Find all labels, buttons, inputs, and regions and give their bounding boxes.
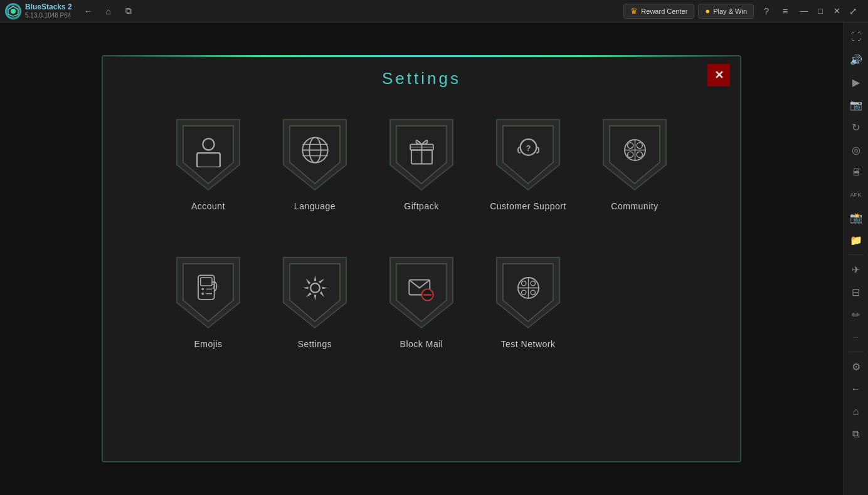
settings-dialog: Settings ✕ Account xyxy=(102,55,741,462)
app-logo xyxy=(5,3,21,19)
sidebar-divider-2 xyxy=(849,352,864,352)
topbar: BlueStacks 2 5.13.0.1048 P64 ← ⌂ ⧉ ♛ Rew… xyxy=(0,0,868,23)
settings-grid: Account Language xyxy=(133,113,710,377)
shield-icon xyxy=(171,251,246,333)
apk-icon[interactable]: APK xyxy=(845,184,867,206)
erase-icon[interactable]: ✏ xyxy=(845,304,867,325)
help-button[interactable]: ? xyxy=(758,3,775,20)
coin-icon: ● xyxy=(705,6,710,16)
airplane-icon[interactable]: ✈ xyxy=(845,259,867,280)
settings-label-block-mail: Block Mail xyxy=(400,339,443,349)
shield-icon xyxy=(277,113,352,195)
shield-wrap-community xyxy=(597,113,672,195)
svg-point-36 xyxy=(521,290,526,294)
dialog-close-button[interactable]: ✕ xyxy=(707,64,730,86)
back-nav-button[interactable]: ← xyxy=(80,3,97,20)
camera-icon[interactable]: 📷 xyxy=(845,94,867,115)
server-icon[interactable]: 🖥 xyxy=(845,162,867,183)
folder-icon[interactable]: 📁 xyxy=(845,229,867,251)
settings-item-giftpack[interactable]: Giftpack xyxy=(371,113,472,239)
svg-point-35 xyxy=(531,290,535,294)
settings-label-customer-support: Customer Support xyxy=(490,201,566,211)
dots-icon[interactable]: ··· xyxy=(845,326,867,348)
svg-rect-23 xyxy=(200,278,211,286)
svg-point-19 xyxy=(637,142,642,148)
screenshot-icon[interactable]: 📸 xyxy=(845,207,867,228)
device-icon[interactable]: ⊟ xyxy=(845,281,867,303)
crown-icon: ♛ xyxy=(630,6,638,16)
shield-wrap-block-mail xyxy=(384,251,459,333)
settings-label-language: Language xyxy=(294,201,336,211)
shield-icon xyxy=(384,113,459,195)
settings-label-settings: Settings xyxy=(298,339,332,349)
shield-wrap-giftpack xyxy=(384,113,459,195)
settings-item-block-mail[interactable]: Block Mail xyxy=(371,251,472,377)
svg-rect-4 xyxy=(197,153,220,167)
play-win-button[interactable]: ● Play & Win xyxy=(698,4,754,19)
svg-text:?: ? xyxy=(526,143,531,153)
settings-item-customer-support[interactable]: ? Customer Support xyxy=(478,113,578,239)
svg-point-33 xyxy=(521,281,526,285)
shield-wrap-language xyxy=(277,113,352,195)
shield-wrap-emojis xyxy=(171,251,246,333)
shield-icon xyxy=(171,113,246,195)
maximize-button[interactable]: □ xyxy=(813,4,828,19)
reward-center-button[interactable]: ♛ Reward Center xyxy=(623,4,694,19)
menu-button[interactable]: ≡ xyxy=(776,3,794,20)
sidebar-divider-1 xyxy=(849,254,864,255)
svg-point-21 xyxy=(637,152,642,157)
back-icon[interactable]: ← xyxy=(845,378,867,400)
svg-point-25 xyxy=(201,292,204,294)
shield-icon xyxy=(384,251,459,333)
svg-point-18 xyxy=(627,142,633,148)
tabs-nav-button[interactable]: ⧉ xyxy=(120,3,137,20)
fullscreen-icon[interactable]: ⛶ xyxy=(845,26,867,48)
shield-icon xyxy=(277,251,352,333)
svg-point-2 xyxy=(11,9,16,14)
volume-icon[interactable]: 🔊 xyxy=(845,49,867,70)
right-sidebar: ⛶🔊▶📷↻◎🖥APK📸📁✈⊟✏···⚙←⌂⧉ xyxy=(843,23,868,495)
svg-point-34 xyxy=(531,281,535,285)
settings-item-account[interactable]: Account xyxy=(158,113,258,239)
settings-item-emojis[interactable]: Emojis xyxy=(158,251,258,377)
refresh-icon[interactable]: ↻ xyxy=(845,117,867,138)
settings-label-giftpack: Giftpack xyxy=(404,201,438,211)
copy-icon[interactable]: ⧉ xyxy=(845,424,867,445)
expand-button[interactable]: ⤢ xyxy=(844,3,862,20)
close-x-icon: ✕ xyxy=(714,68,724,82)
home2-icon[interactable]: ⌂ xyxy=(845,401,867,422)
shield-wrap-settings xyxy=(277,251,352,333)
shield-icon xyxy=(490,251,566,333)
main-content: Settings ✕ Account xyxy=(0,23,843,495)
settings-item-community[interactable]: Community xyxy=(585,113,685,239)
settings-item-test-network[interactable]: Test Network xyxy=(478,251,578,377)
settings-item-language[interactable]: Language xyxy=(265,113,365,239)
shield-icon: ? xyxy=(490,113,566,195)
svg-point-28 xyxy=(310,283,320,293)
shield-wrap-customer-support: ? xyxy=(490,113,566,195)
settings-label-test-network: Test Network xyxy=(501,339,556,349)
dialog-title: Settings xyxy=(382,69,461,88)
shield-wrap-test-network xyxy=(490,251,566,333)
video-icon[interactable]: ▶ xyxy=(845,71,867,93)
app-name: BlueStacks 2 5.13.0.1048 P64 xyxy=(25,3,72,19)
settings-item-settings[interactable]: Settings xyxy=(265,251,365,377)
settings-label-account: Account xyxy=(191,201,225,211)
settings-label-community: Community xyxy=(611,201,658,211)
shield-wrap-account xyxy=(171,113,246,195)
shield-icon xyxy=(597,113,672,195)
settings2-icon[interactable]: ⚙ xyxy=(845,356,867,377)
minimize-button[interactable]: — xyxy=(797,4,812,19)
svg-point-24 xyxy=(201,288,204,290)
close-window-button[interactable]: ✕ xyxy=(829,4,844,19)
home-nav-button[interactable]: ⌂ xyxy=(100,3,117,20)
svg-point-3 xyxy=(203,138,214,150)
target-icon[interactable]: ◎ xyxy=(845,139,867,160)
settings-label-emojis: Emojis xyxy=(194,339,222,349)
svg-point-20 xyxy=(627,152,633,157)
